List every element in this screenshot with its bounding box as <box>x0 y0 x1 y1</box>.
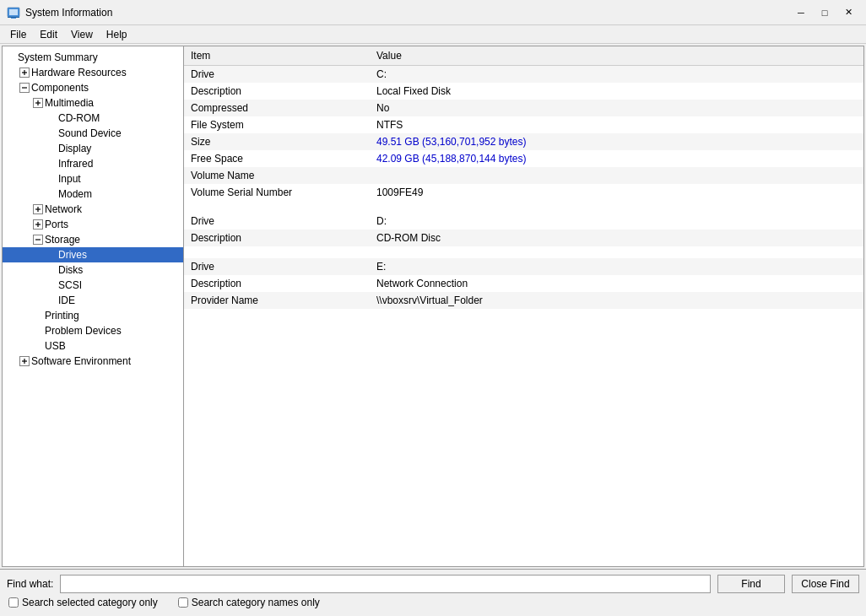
tree-item-network[interactable]: Network <box>3 202 183 217</box>
cell-item: Compressed <box>184 100 370 116</box>
expand-icon-printing <box>31 309 45 322</box>
table-row: Free Space42.09 GB (45,188,870,144 bytes… <box>184 150 863 167</box>
cell-item: Description <box>184 83 370 100</box>
cell-item: Drive <box>184 258 370 275</box>
table-row: DescriptionLocal Fixed Disk <box>184 83 863 100</box>
tree-label-infrared: Infrared <box>58 158 93 170</box>
tree-item-infrared[interactable]: Infrared <box>3 156 183 171</box>
tree-item-components[interactable]: Components <box>3 80 183 95</box>
tree-item-usb[interactable]: USB <box>3 338 183 354</box>
table-row: Volume Serial Number1009FE49 <box>184 184 863 201</box>
tree-item-modem[interactable]: Modem <box>3 186 183 202</box>
tree-item-hardware-resources[interactable]: Hardware Resources <box>3 65 183 80</box>
expand-icon-multimedia <box>31 96 45 110</box>
minimize-button[interactable]: ─ <box>790 4 812 21</box>
tree-label-input: Input <box>58 173 81 185</box>
tree-label-components: Components <box>31 82 89 94</box>
tree-item-scsi[interactable]: SCSI <box>3 278 183 293</box>
expand-icon-ide <box>45 294 58 307</box>
tree-item-input[interactable]: Input <box>3 171 183 186</box>
svg-rect-2 <box>8 17 19 18</box>
tree-label-ide: IDE <box>58 294 75 306</box>
menu-item-view[interactable]: View <box>64 27 100 42</box>
cell-value <box>370 167 863 184</box>
tree-label-sound-device: Sound Device <box>58 127 122 139</box>
expand-icon-disks <box>45 263 58 277</box>
expand-icon-software-environment <box>18 354 31 368</box>
search-names-text: Search category names only <box>192 597 320 608</box>
find-input[interactable] <box>60 575 711 593</box>
find-label: Find what: <box>7 578 53 590</box>
tree-item-software-environment[interactable]: Software Environment <box>3 354 183 369</box>
close-button[interactable]: ✕ <box>837 4 859 21</box>
tree-item-ide[interactable]: IDE <box>3 293 183 308</box>
main-container: System SummaryHardware ResourcesComponen… <box>2 46 864 567</box>
cell-value: Network Connection <box>370 275 863 292</box>
expand-icon-components <box>18 81 31 95</box>
tree-label-display: Display <box>58 143 91 154</box>
tree-item-problem-devices[interactable]: Problem Devices <box>3 323 183 338</box>
cell-item: Size <box>184 133 370 150</box>
menu-item-help[interactable]: Help <box>100 27 134 42</box>
search-selected-label[interactable]: Search selected category only <box>8 597 158 608</box>
tree-item-display[interactable]: Display <box>3 141 183 156</box>
expand-icon-hardware-resources <box>18 66 31 79</box>
cell-item: Description <box>184 230 370 246</box>
tree-label-usb: USB <box>45 340 66 352</box>
tree-item-sound-device[interactable]: Sound Device <box>3 126 183 141</box>
tree-item-printing[interactable]: Printing <box>3 308 183 323</box>
find-button[interactable]: Find <box>717 575 785 593</box>
cell-value: C: <box>370 66 863 84</box>
tree-item-multimedia[interactable]: Multimedia <box>3 95 183 111</box>
title-bar-controls: ─ □ ✕ <box>790 4 859 21</box>
tree-label-system-summary: System Summary <box>18 51 98 63</box>
maximize-button[interactable]: □ <box>814 4 836 21</box>
expand-icon-system-summary <box>4 51 18 64</box>
search-selected-checkbox[interactable] <box>8 597 19 608</box>
tree-label-ports: Ports <box>45 219 68 230</box>
expand-icon-usb <box>31 339 45 353</box>
checkbox-row: Search selected category only Search cat… <box>7 597 859 608</box>
bottom-bar: Find what: Find Close Find Search select… <box>0 569 866 616</box>
table-row: DriveE: <box>184 258 863 275</box>
table-row: File SystemNTFS <box>184 116 863 133</box>
col-header-item: Item <box>184 46 370 66</box>
cell-value: \\vboxsrv\Virtual_Folder <box>370 292 863 309</box>
table-row: Provider Name\\vboxsrv\Virtual_Folder <box>184 292 863 309</box>
tree-label-modem: Modem <box>58 188 92 200</box>
cell-value: Local Fixed Disk <box>370 83 863 100</box>
tree-item-drives[interactable]: Drives <box>3 247 183 262</box>
tree-label-network: Network <box>45 203 82 215</box>
tree-label-scsi: SCSI <box>58 279 82 291</box>
tree-label-cd-rom: CD-ROM <box>58 112 100 124</box>
search-names-label[interactable]: Search category names only <box>178 597 320 608</box>
cell-value: CD-ROM Disc <box>370 230 863 246</box>
tree-item-ports[interactable]: Ports <box>3 217 183 232</box>
cell-value: D: <box>370 213 863 230</box>
tree-label-problem-devices: Problem Devices <box>45 325 122 337</box>
tree-label-multimedia: Multimedia <box>45 97 94 109</box>
tree-label-printing: Printing <box>45 310 79 322</box>
tree-item-system-summary[interactable]: System Summary <box>3 50 183 65</box>
table-row: DriveC: <box>184 66 863 84</box>
menu-bar: FileEditViewHelp <box>0 25 866 44</box>
tree-item-disks[interactable]: Disks <box>3 262 183 278</box>
tree-label-drives: Drives <box>58 249 87 261</box>
table-row: CompressedNo <box>184 100 863 116</box>
cell-value: 49.51 GB (53,160,701,952 bytes) <box>370 133 863 150</box>
table-row: DescriptionCD-ROM Disc <box>184 230 863 246</box>
expand-icon-ports <box>31 218 45 231</box>
menu-item-file[interactable]: File <box>3 27 33 42</box>
menu-item-edit[interactable]: Edit <box>33 27 64 42</box>
content-area: Item Value DriveC:DescriptionLocal Fixed… <box>184 46 863 566</box>
tree-item-cd-rom[interactable]: CD-ROM <box>3 111 183 126</box>
find-row: Find what: Find Close Find <box>7 575 859 593</box>
close-find-button[interactable]: Close Find <box>792 575 859 593</box>
svg-rect-1 <box>9 9 18 15</box>
search-names-checkbox[interactable] <box>178 597 188 608</box>
expand-icon-scsi <box>45 278 58 292</box>
cell-value: NTFS <box>370 116 863 133</box>
cell-item: Drive <box>184 66 370 84</box>
table-row: DescriptionNetwork Connection <box>184 275 863 292</box>
tree-item-storage[interactable]: Storage <box>3 232 183 247</box>
